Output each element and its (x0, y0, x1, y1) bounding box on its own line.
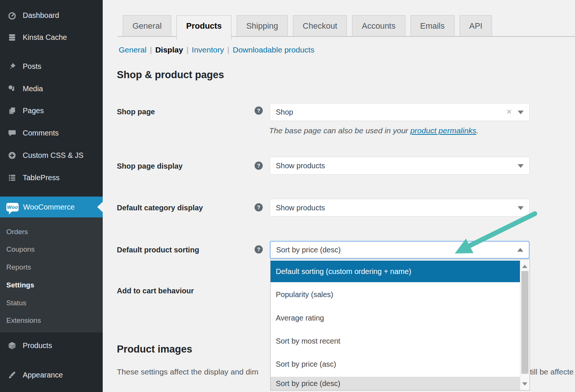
section-title: Shop & product pages (117, 69, 224, 81)
submenu-item-extensions[interactable]: Extensions (0, 314, 103, 327)
sidebar-item-woocommerce[interactable]: Woo WooCommerce (0, 197, 103, 217)
woocommerce-settings-screen: Dashboard Kinsta Cache Posts Media Pages (0, 0, 575, 392)
default-category-display-label: Default category display (117, 203, 247, 212)
help-tip-icon[interactable]: ? (255, 245, 263, 254)
help-tip-icon[interactable]: ? (255, 203, 263, 211)
submenu-item-reports[interactable]: Reports (0, 261, 103, 274)
chevron-down-icon (518, 206, 524, 210)
sidebar-item-label: Media (23, 85, 43, 93)
default-product-sorting-label: Default product sorting (117, 245, 247, 254)
sidebar-item-label: TablePress (23, 173, 60, 182)
tab-accounts[interactable]: Accounts (352, 15, 405, 36)
shop-page-select-value: Shop (276, 108, 293, 117)
subnav-separator: | (147, 45, 155, 54)
product-images-title: Product images (117, 344, 192, 355)
dropdown-option-average-rating[interactable]: Average rating (271, 307, 520, 328)
sidebar-item-kinsta-cache[interactable]: Kinsta Cache (0, 27, 103, 47)
scroll-down-icon[interactable] (522, 382, 527, 386)
default-category-display-select-value: Show products (276, 204, 325, 212)
product-images-description-right: till be affecte (530, 367, 574, 376)
sidebar-item-media[interactable]: Media (0, 79, 103, 99)
subnav-link-downloadable-products[interactable]: Downloadable products (233, 45, 314, 54)
product-box-icon (6, 341, 17, 350)
settings-tab-bar: General Products Shipping Checkout Accou… (123, 15, 492, 40)
sidebar-item-label: Dashboard (23, 11, 59, 20)
product-images-description-left: These settings affect the display and di… (117, 367, 258, 376)
help-tip-icon[interactable]: ? (255, 106, 263, 115)
sidebar-item-label: Posts (23, 62, 41, 71)
active-menu-arrow (97, 202, 103, 212)
media-music-icon (6, 84, 17, 93)
woocommerce-submenu: Orders Coupons Reports Settings Status E… (0, 217, 103, 332)
sidebar-item-label: Comments (23, 129, 59, 137)
dropdown-option-popularity[interactable]: Popularity (sales) (271, 284, 520, 305)
scroll-up-icon[interactable] (522, 265, 527, 268)
sidebar-item-label: Products (23, 341, 52, 350)
chevron-down-icon (518, 111, 524, 114)
tab-api[interactable]: API (460, 15, 492, 36)
shop-page-display-select[interactable]: Show products (270, 157, 530, 175)
server-stack-icon (6, 32, 17, 42)
admin-sidebar: Dashboard Kinsta Cache Posts Media Pages (0, 0, 103, 392)
shop-page-label: Shop page (117, 107, 247, 116)
default-product-sorting-select-value: Sort by price (desc) (276, 246, 341, 254)
sidebar-item-label: Custom CSS & JS (23, 151, 83, 160)
dropdown-option-default-sorting[interactable]: Default sorting (custom ordering + name) (271, 261, 520, 282)
submenu-item-settings[interactable]: Settings (0, 278, 103, 292)
help-tip-icon[interactable]: ? (255, 162, 263, 170)
sidebar-item-appearance[interactable]: Appearance (0, 365, 103, 385)
shop-page-note: The base page can also be used in your p… (269, 126, 479, 135)
scrollbar-thumb[interactable] (521, 271, 528, 374)
sidebar-item-label: WooCommerce (23, 203, 75, 211)
tab-shipping[interactable]: Shipping (237, 15, 288, 36)
sidebar-item-posts[interactable]: Posts (0, 56, 103, 76)
sidebar-item-label: Kinsta Cache (23, 33, 67, 42)
sorting-options-dropdown: Default sorting (custom ordering + name)… (270, 259, 530, 391)
dropdown-option-price-desc[interactable]: Sort by price (desc) (271, 377, 520, 391)
shop-page-display-label: Shop page display (117, 162, 247, 170)
shop-page-display-select-value: Show products (276, 162, 325, 170)
paintbrush-icon (6, 370, 17, 380)
tab-general[interactable]: General (123, 15, 171, 36)
subnav-current-display: Display (155, 45, 183, 54)
woocommerce-logo-icon: Woo (6, 203, 19, 211)
tab-checkout[interactable]: Checkout (293, 15, 347, 36)
dashboard-gauge-icon (6, 10, 17, 20)
default-category-display-select[interactable]: Show products (270, 199, 530, 217)
default-product-sorting-select[interactable]: Sort by price (desc) (270, 241, 530, 259)
sidebar-item-tablepress[interactable]: TablePress (0, 168, 103, 188)
subnav-separator: | (183, 45, 192, 54)
sidebar-item-pages[interactable]: Pages (0, 101, 103, 121)
dropdown-scrollbar[interactable] (520, 259, 530, 390)
pages-stack-icon (6, 106, 17, 115)
chevron-down-icon (518, 164, 524, 168)
sidebar-item-custom-css-js[interactable]: Custom CSS & JS (0, 145, 103, 165)
products-subsections-nav: General | Display | Inventory | Download… (119, 45, 314, 54)
comment-bubble-icon (6, 128, 17, 138)
submenu-item-orders[interactable]: Orders (0, 225, 103, 239)
plus-circle-icon (6, 150, 17, 160)
subnav-separator: | (224, 45, 233, 54)
tab-products[interactable]: Products (176, 15, 231, 40)
sidebar-item-label: Appearance (23, 371, 63, 379)
table-rows-icon (6, 173, 17, 182)
sidebar-item-dashboard[interactable]: Dashboard (0, 5, 103, 25)
chevron-up-icon (517, 248, 523, 252)
sidebar-item-comments[interactable]: Comments (0, 123, 103, 143)
shop-page-select[interactable]: Shop × (270, 103, 530, 121)
sidebar-item-products[interactable]: Products (0, 335, 103, 356)
product-permalinks-link[interactable]: product permalinks (410, 126, 476, 135)
sidebar-item-label: Pages (23, 106, 44, 115)
subnav-link-inventory[interactable]: Inventory (192, 45, 224, 54)
subnav-link-general[interactable]: General (119, 45, 147, 54)
submenu-item-coupons[interactable]: Coupons (0, 243, 103, 256)
pushpin-icon (6, 61, 17, 71)
clear-selection-icon[interactable]: × (507, 107, 512, 116)
add-to-cart-behaviour-label: Add to cart behaviour (117, 286, 247, 295)
tab-emails[interactable]: Emails (411, 15, 454, 36)
dropdown-option-price-asc[interactable]: Sort by price (asc) (271, 354, 520, 375)
submenu-item-status[interactable]: Status (0, 296, 103, 310)
dropdown-option-most-recent[interactable]: Sort by most recent (271, 331, 520, 351)
